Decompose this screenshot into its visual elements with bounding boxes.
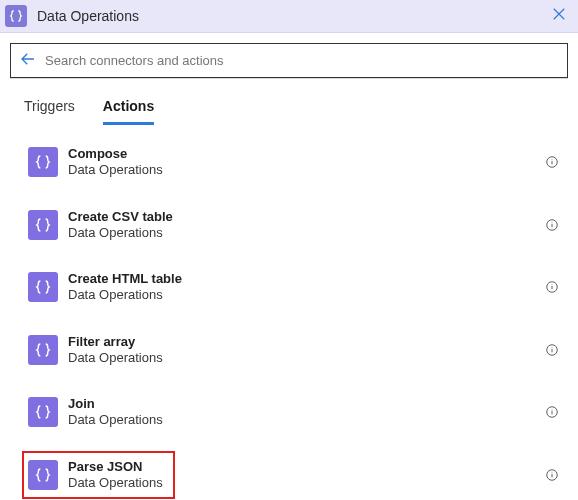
svg-point-17 — [552, 472, 553, 473]
action-text: Filter arrayData Operations — [68, 334, 163, 367]
action-title: Parse JSON — [68, 459, 163, 475]
action-row[interactable]: JoinData Operations — [22, 388, 169, 437]
action-text: Parse JSONData Operations — [68, 459, 163, 492]
close-icon[interactable] — [550, 5, 568, 27]
svg-point-2 — [552, 159, 553, 160]
svg-point-11 — [552, 347, 553, 348]
svg-point-5 — [552, 222, 553, 223]
action-list: ComposeData OperationsCreate CSV tableDa… — [0, 126, 578, 500]
action-text: Create CSV tableData Operations — [68, 209, 173, 242]
braces-icon — [28, 210, 58, 240]
info-icon[interactable] — [544, 279, 564, 295]
action-item[interactable]: ComposeData Operations — [22, 138, 564, 187]
action-item[interactable]: Parse JSONData Operations — [22, 451, 564, 500]
action-title: Create HTML table — [68, 271, 182, 287]
action-subtitle: Data Operations — [68, 287, 182, 303]
action-title: Filter array — [68, 334, 163, 350]
search-box[interactable] — [10, 43, 568, 78]
action-subtitle: Data Operations — [68, 225, 173, 241]
search-container — [0, 33, 578, 88]
tab-actions[interactable]: Actions — [103, 92, 154, 125]
action-row[interactable]: Create HTML tableData Operations — [22, 263, 188, 312]
action-title: Compose — [68, 146, 163, 162]
action-item[interactable]: Create CSV tableData Operations — [22, 201, 564, 250]
data-operations-panel: Data Operations Triggers Actions Compose… — [0, 0, 578, 500]
braces-icon — [28, 397, 58, 427]
action-item[interactable]: JoinData Operations — [22, 388, 564, 437]
action-subtitle: Data Operations — [68, 475, 163, 491]
svg-point-14 — [552, 409, 553, 410]
svg-point-8 — [552, 284, 553, 285]
action-text: JoinData Operations — [68, 396, 163, 429]
action-text: ComposeData Operations — [68, 146, 163, 179]
search-input[interactable] — [45, 53, 559, 68]
action-item[interactable]: Filter arrayData Operations — [22, 326, 564, 375]
action-title: Create CSV table — [68, 209, 173, 225]
info-icon[interactable] — [544, 404, 564, 420]
tabs: Triggers Actions — [0, 88, 578, 126]
info-icon[interactable] — [544, 467, 564, 483]
info-icon[interactable] — [544, 154, 564, 170]
action-text: Create HTML tableData Operations — [68, 271, 182, 304]
braces-icon — [28, 335, 58, 365]
braces-icon — [5, 5, 27, 27]
tab-triggers[interactable]: Triggers — [24, 92, 75, 125]
action-title: Join — [68, 396, 163, 412]
action-row[interactable]: Filter arrayData Operations — [22, 326, 169, 375]
braces-icon — [28, 147, 58, 177]
info-icon[interactable] — [544, 342, 564, 358]
action-row[interactable]: ComposeData Operations — [22, 138, 169, 187]
action-row[interactable]: Create CSV tableData Operations — [22, 201, 179, 250]
panel-title: Data Operations — [37, 8, 550, 24]
action-subtitle: Data Operations — [68, 412, 163, 428]
action-item[interactable]: Create HTML tableData Operations — [22, 263, 564, 312]
braces-icon — [28, 460, 58, 490]
braces-icon — [28, 272, 58, 302]
action-row[interactable]: Parse JSONData Operations — [22, 451, 175, 500]
action-subtitle: Data Operations — [68, 350, 163, 366]
info-icon[interactable] — [544, 217, 564, 233]
action-subtitle: Data Operations — [68, 162, 163, 178]
back-arrow-icon[interactable] — [19, 50, 37, 72]
panel-header: Data Operations — [0, 0, 578, 33]
